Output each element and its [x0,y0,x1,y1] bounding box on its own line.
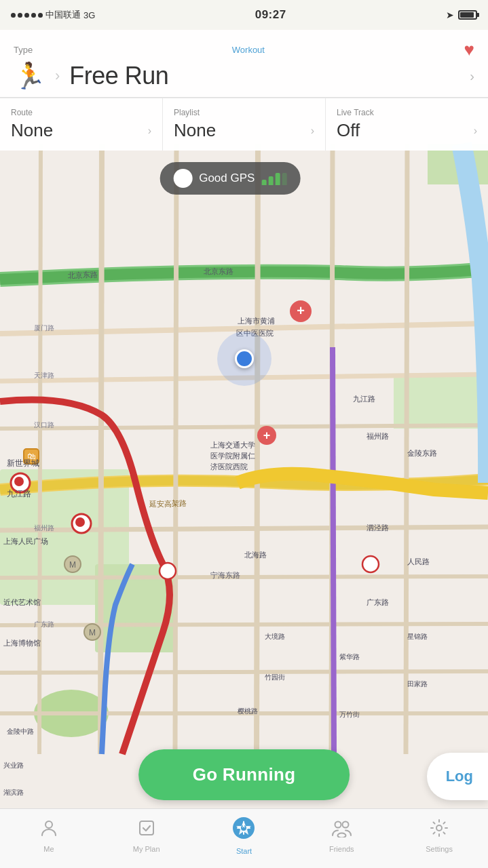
svg-text:新世界城: 新世界城 [7,458,39,468]
live-track-option[interactable]: Live Track Off › [326,98,488,151]
svg-point-70 [436,825,442,831]
workout-panel: Type Workout ♥ 🏃 › Free Run › Route None… [0,30,488,151]
svg-text:广东路: 广东路 [34,620,54,628]
svg-text:宁海东路: 宁海东路 [210,571,240,579]
svg-text:九江路: 九江路 [7,489,31,498]
svg-text:福州路: 福州路 [34,524,54,532]
signal-strength [11,13,43,18]
log-button[interactable]: Log [427,753,488,800]
gps-dot-indicator [173,169,192,188]
tab-settings-label: Settings [426,845,453,853]
location-accuracy-circle [217,332,271,386]
svg-text:济医院西院: 济医院西院 [210,462,248,471]
playlist-value-row: None › [174,120,314,141]
gps-badge: Good GPS [159,162,300,195]
playlist-option[interactable]: Playlist None › [163,98,326,151]
signal-bar-4 [282,173,286,185]
svg-text:湖滨路: 湖滨路 [3,789,24,796]
activity-selector[interactable]: 🏃 › Free Run [14,62,168,90]
me-icon [39,818,58,842]
type-header: Type Workout ♥ [14,39,474,60]
svg-text:北海路: 北海路 [244,551,267,559]
svg-text:近代艺术馆: 近代艺术馆 [3,598,41,606]
svg-text:北京东路: 北京东路 [68,270,98,279]
tab-my-plan-label: My Plan [133,845,160,853]
signal-bar-3 [275,173,280,185]
svg-point-58 [45,821,52,828]
route-option[interactable]: Route None › [0,98,163,151]
location-arrow-icon: ➤ [446,9,454,20]
activity-chevron-icon[interactable]: › [470,68,474,84]
playlist-value: None [174,120,216,141]
svg-rect-59 [140,821,153,835]
svg-text:广东路: 广东路 [367,598,389,606]
tab-me-label: Me [43,845,54,853]
svg-text:星锦路: 星锦路 [407,633,428,640]
carrier-info: 中国联通 3G [11,9,95,21]
tab-start[interactable]: Start [195,816,293,861]
svg-text:M: M [69,560,76,570]
svg-text:+: + [263,429,271,442]
svg-text:上海博物馆: 上海博物馆 [3,639,41,647]
activity-name: Free Run [69,62,168,90]
svg-text:金陵中路: 金陵中路 [7,728,34,735]
svg-point-67 [335,822,341,828]
svg-point-14 [159,563,176,579]
map-container[interactable]: + + M M 🛍 北京东路 北京东路 厦门路 天津路 汉口路 福州路 [0,30,488,868]
tab-me[interactable]: Me [0,818,98,859]
route-value: None [11,120,53,141]
svg-text:兴业路: 兴业路 [3,762,24,769]
tab-bar: Me My Plan Start [0,808,488,868]
type-value-row[interactable]: 🏃 › Free Run › [14,62,474,90]
svg-text:泗泾路: 泗泾路 [367,524,389,532]
route-chevron-icon: › [148,125,151,137]
svg-text:延安高架路: 延安高架路 [149,499,187,508]
status-indicators: ➤ [446,9,477,20]
network-type: 3G [83,10,95,20]
svg-text:田家路: 田家路 [407,680,428,688]
go-running-button[interactable]: Go Running [138,749,350,800]
svg-text:上海市黄浦: 上海市黄浦 [238,317,275,325]
tab-friends[interactable]: Friends [293,818,390,859]
type-label: Type [14,45,33,55]
svg-text:万竹街: 万竹街 [339,711,360,718]
svg-text:上海人民广场: 上海人民广场 [3,537,48,545]
friends-icon [331,818,352,842]
svg-text:樱桃路: 樱桃路 [238,707,258,715]
map-background[interactable]: + + M M 🛍 北京东路 北京东路 厦门路 天津路 汉口路 福州路 [0,30,488,868]
svg-text:九江路: 九江路 [353,395,375,403]
svg-text:+: + [297,303,305,318]
status-time: 09:27 [255,8,286,22]
carrier-name: 中国联通 [45,9,81,21]
svg-text:汉口路: 汉口路 [34,421,54,429]
playlist-label: Playlist [174,108,314,117]
svg-text:紫华路: 紫华路 [339,653,360,660]
gps-status-text: Good GPS [199,172,255,185]
live-track-value-row: Off › [337,120,477,141]
my-plan-icon [137,818,156,842]
live-track-value: Off [337,120,360,141]
svg-text:北京东路: 北京东路 [204,267,233,275]
svg-text:厦门路: 厦门路 [34,324,54,332]
svg-text:人民路: 人民路 [407,557,430,566]
svg-text:金陵东路: 金陵东路 [407,449,437,457]
svg-text:竹园街: 竹园街 [265,673,285,681]
tab-my-plan[interactable]: My Plan [98,818,195,859]
current-location-indicator [217,332,271,386]
svg-text:福州路: 福州路 [367,432,389,440]
live-track-label: Live Track [337,108,477,117]
start-icon [232,816,255,844]
workout-type-label: Workout [232,45,265,55]
svg-text:上海交通大学: 上海交通大学 [210,441,255,449]
svg-point-11 [14,477,24,486]
live-track-chevron-icon: › [474,125,477,137]
top-panel: Type Workout ♥ 🏃 › Free Run › Route None… [0,30,488,151]
heart-icon[interactable]: ♥ [464,39,474,60]
gps-signal-bars [261,172,286,185]
route-label: Route [11,108,151,117]
svg-text:天津路: 天津路 [34,372,54,379]
svg-text:M: M [89,628,96,637]
tab-settings[interactable]: Settings [390,818,488,859]
type-row[interactable]: Type Workout ♥ 🏃 › Free Run › [0,30,488,98]
playlist-chevron-icon: › [311,125,314,137]
